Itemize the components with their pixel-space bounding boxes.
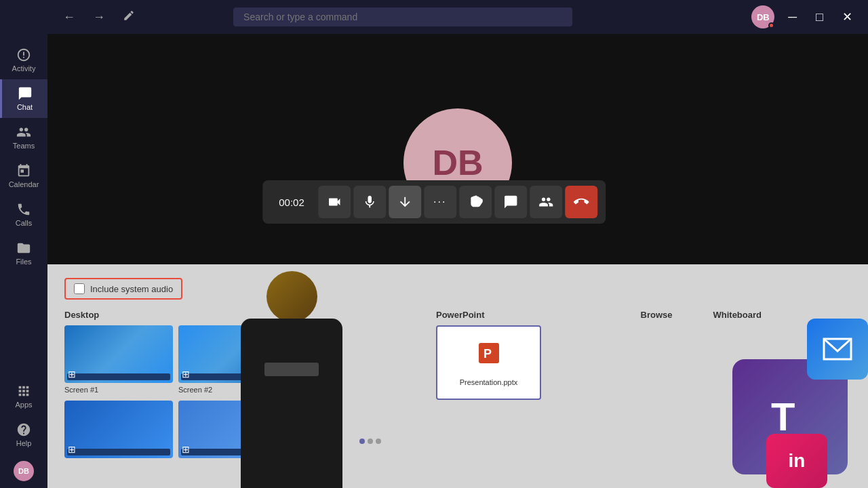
sidebar-item-files[interactable]: Files [0,234,47,272]
minimize-button[interactable]: ─ [783,7,802,27]
mute-button[interactable] [353,186,386,218]
screen4-icon: ⊞ [182,444,190,455]
sidebar: Activity Chat Teams Calendar Calls Files… [0,0,47,488]
chat-button[interactable] [494,186,527,218]
app-icons-area: T in [719,352,868,488]
include-audio-label[interactable]: Include system audio [64,278,182,300]
main-call-area: DB [47,34,868,264]
whiteboard-label[interactable]: Whiteboard [713,310,762,320]
linkedin-icon: in [766,434,827,488]
svg-text:T: T [771,394,795,439]
screen3-thumb[interactable]: ⊞ [64,401,173,458]
powerpoint-label: PowerPoint [436,310,485,320]
more-options-button[interactable]: ··· [424,186,456,218]
close-button[interactable]: ✕ [837,7,858,27]
mail-icon [807,319,868,380]
end-call-button[interactable] [565,186,597,218]
video-button[interactable] [318,186,351,218]
pptx-icon: P [475,340,502,373]
screen1-label: Screen #1 [64,386,173,394]
screen1-wrapper: ⊞ Screen #1 [64,325,173,394]
topbar: ← → DB ─ □ ✕ [47,0,868,34]
call-controls: 00:02 ··· [262,180,606,224]
screen2-icon: ⊞ [182,369,190,380]
sidebar-item-chat[interactable]: Chat [0,79,47,118]
powerpoint-section: PowerPoint Browse Whiteboard P Presentat… [436,310,762,400]
screen1-thumb[interactable]: ⊞ [64,325,173,383]
sidebar-item-activity[interactable]: Activity [0,41,47,79]
sidebar-item-apps[interactable]: Apps [14,377,34,415]
include-audio-checkbox[interactable] [74,283,85,294]
screen1-icon: ⊞ [68,369,76,380]
forward-button[interactable]: → [87,7,111,27]
presenter-image [190,217,393,488]
maximize-button[interactable]: □ [810,7,829,27]
avatar-status-badge [768,22,774,28]
sidebar-item-calls[interactable]: Calls [0,195,47,234]
sidebar-item-avatar-small[interactable]: DB [14,454,34,488]
share-header: Include system audio [64,278,851,300]
sidebar-item-help[interactable]: Help [14,415,34,454]
presentation-file-thumb[interactable]: P Presentation.pptx [436,325,541,400]
sidebar-item-teams[interactable]: Teams [0,118,47,157]
browse-label[interactable]: Browse [641,310,673,320]
search-input[interactable] [233,7,572,26]
back-button[interactable]: ← [58,7,81,27]
participants-button[interactable] [530,186,562,218]
screen3-icon: ⊞ [68,444,76,455]
share-screen-button[interactable] [389,186,421,218]
svg-text:P: P [484,347,492,361]
raise-hand-button[interactable] [459,186,492,218]
screen3-wrapper: ⊞ [64,397,173,458]
call-timer: 00:02 [271,192,313,212]
user-avatar[interactable]: DB [751,5,774,28]
presentation-file-name: Presentation.pptx [460,378,518,386]
powerpoint-header: PowerPoint Browse Whiteboard [436,310,762,320]
compose-button[interactable] [117,7,140,28]
sidebar-item-calendar[interactable]: Calendar [0,157,47,195]
